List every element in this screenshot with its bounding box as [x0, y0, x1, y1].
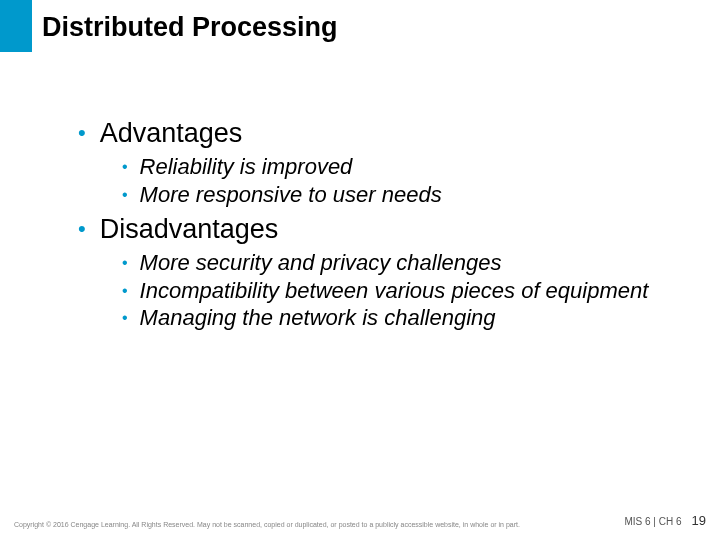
- list-item: • Managing the network is challenging: [122, 304, 680, 332]
- bullet-icon: •: [122, 157, 128, 177]
- bullet-icon: •: [78, 218, 86, 240]
- item-text: Reliability is improved: [140, 153, 680, 181]
- list-item: • More security and privacy challenges: [122, 249, 680, 277]
- heading-text: Disadvantages: [100, 214, 279, 245]
- section-advantages: • Advantages • Reliability is improved •…: [78, 118, 680, 208]
- list-item: • More responsive to user needs: [122, 181, 680, 209]
- bullet-icon: •: [78, 122, 86, 144]
- item-text: More responsive to user needs: [140, 181, 680, 209]
- list-item: • Incompatibility between various pieces…: [122, 277, 680, 305]
- footer: Copyright © 2016 Cengage Learning. All R…: [14, 513, 706, 528]
- pager-label: MIS 6 | CH 6: [624, 516, 681, 527]
- slide-content: • Advantages • Reliability is improved •…: [78, 118, 680, 332]
- accent-block: [0, 0, 32, 52]
- item-text: Managing the network is challenging: [140, 304, 680, 332]
- list-item: • Reliability is improved: [122, 153, 680, 181]
- page-number: 19: [692, 513, 706, 528]
- copyright-text: Copyright © 2016 Cengage Learning. All R…: [14, 521, 520, 528]
- bullet-icon: •: [122, 253, 128, 273]
- bullet-icon: •: [122, 185, 128, 205]
- heading-disadvantages: • Disadvantages: [78, 214, 680, 245]
- section-disadvantages: • Disadvantages • More security and priv…: [78, 214, 680, 332]
- item-text: Incompatibility between various pieces o…: [140, 277, 680, 305]
- bullet-icon: •: [122, 308, 128, 328]
- pager: MIS 6 | CH 6 19: [624, 513, 706, 528]
- heading-advantages: • Advantages: [78, 118, 680, 149]
- heading-text: Advantages: [100, 118, 243, 149]
- item-text: More security and privacy challenges: [140, 249, 680, 277]
- slide-title: Distributed Processing: [42, 12, 338, 43]
- bullet-icon: •: [122, 281, 128, 301]
